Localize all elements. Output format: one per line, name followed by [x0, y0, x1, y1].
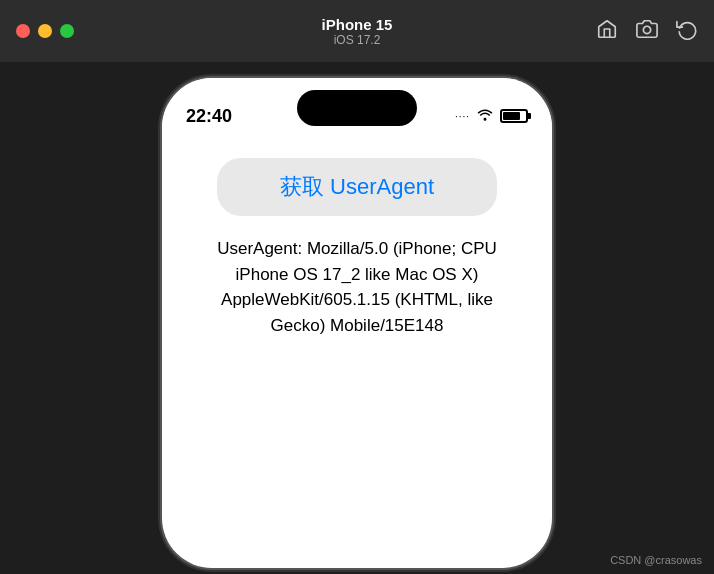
status-right: ····: [455, 107, 528, 125]
fullscreen-button[interactable]: [60, 24, 74, 38]
home-icon[interactable]: [596, 18, 618, 45]
get-useragent-button[interactable]: 获取 UserAgent: [217, 158, 497, 216]
screenshot-icon[interactable]: [636, 18, 658, 45]
phone-content: 获取 UserAgent UserAgent: Mozilla/5.0 (iPh…: [162, 138, 552, 358]
signal-dots: ····: [455, 111, 470, 122]
useragent-text: UserAgent: Mozilla/5.0 (iPhone; CPU iPho…: [182, 236, 532, 338]
close-button[interactable]: [16, 24, 30, 38]
traffic-lights: [16, 24, 74, 38]
phone-wrapper: 22:40 ···· 获取 UserAgent UserAgent: Mozil…: [0, 62, 714, 574]
battery-icon: [500, 109, 528, 123]
device-name: iPhone 15: [322, 16, 393, 33]
rotate-icon[interactable]: [676, 18, 698, 45]
wifi-icon: [476, 107, 494, 125]
status-bar: 22:40 ····: [162, 78, 552, 138]
titlebar-icons: [596, 18, 698, 45]
dynamic-island: [297, 90, 417, 126]
titlebar-center: iPhone 15 iOS 17.2: [322, 16, 393, 47]
simulator-titlebar: iPhone 15 iOS 17.2: [0, 0, 714, 62]
watermark: CSDN @crasowas: [610, 554, 702, 566]
status-time: 22:40: [186, 106, 232, 127]
minimize-button[interactable]: [38, 24, 52, 38]
phone-frame: 22:40 ···· 获取 UserAgent UserAgent: Mozil…: [162, 78, 552, 568]
device-os: iOS 17.2: [322, 33, 393, 47]
svg-point-0: [643, 26, 650, 33]
